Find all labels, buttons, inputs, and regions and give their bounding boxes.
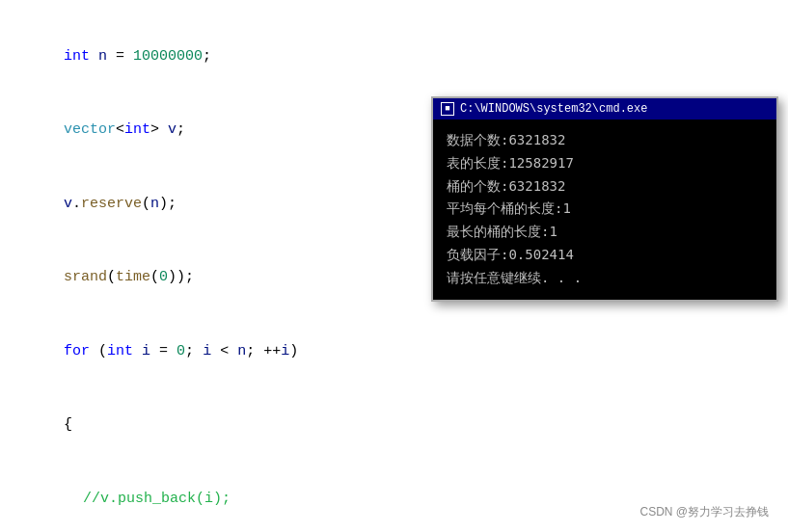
code-line-6: { bbox=[29, 388, 759, 463]
keyword-int: int bbox=[64, 48, 90, 65]
cmd-line-4: 平均每个桶的长度:1 bbox=[447, 198, 763, 221]
cmd-line-5: 最长的桶的长度:1 bbox=[447, 221, 763, 244]
cmd-titlebar: ■ C:\WINDOWS\system32\cmd.exe bbox=[433, 98, 776, 120]
cmd-line-7: 请按任意键继续. . . bbox=[447, 267, 763, 290]
cmd-line-6: 负载因子:0.502414 bbox=[447, 244, 763, 267]
cmd-line-1: 数据个数:6321832 bbox=[447, 129, 763, 152]
cmd-body: 数据个数:6321832 表的长度:12582917 桶的个数:6321832 … bbox=[433, 120, 776, 300]
code-line-1: int n = 10000000; bbox=[29, 19, 759, 93]
code-line-7: //v.push_back(i); bbox=[29, 462, 759, 532]
watermark: CSDN @努力学习去挣钱 bbox=[639, 504, 769, 520]
cmd-window: ■ C:\WINDOWS\system32\cmd.exe 数据个数:63218… bbox=[431, 96, 778, 302]
cmd-line-3: 桶的个数:6321832 bbox=[447, 175, 763, 199]
code-editor: int n = 10000000; vector<int> v; v.reser… bbox=[0, 0, 788, 532]
cmd-line-2: 表的长度:12582917 bbox=[447, 152, 763, 175]
cmd-icon: ■ bbox=[441, 102, 454, 116]
type-vector: vector bbox=[64, 121, 116, 138]
code-line-5: for (int i = 0; i < n; ++i) bbox=[29, 314, 759, 388]
cmd-title: C:\WINDOWS\system32\cmd.exe bbox=[460, 102, 647, 116]
